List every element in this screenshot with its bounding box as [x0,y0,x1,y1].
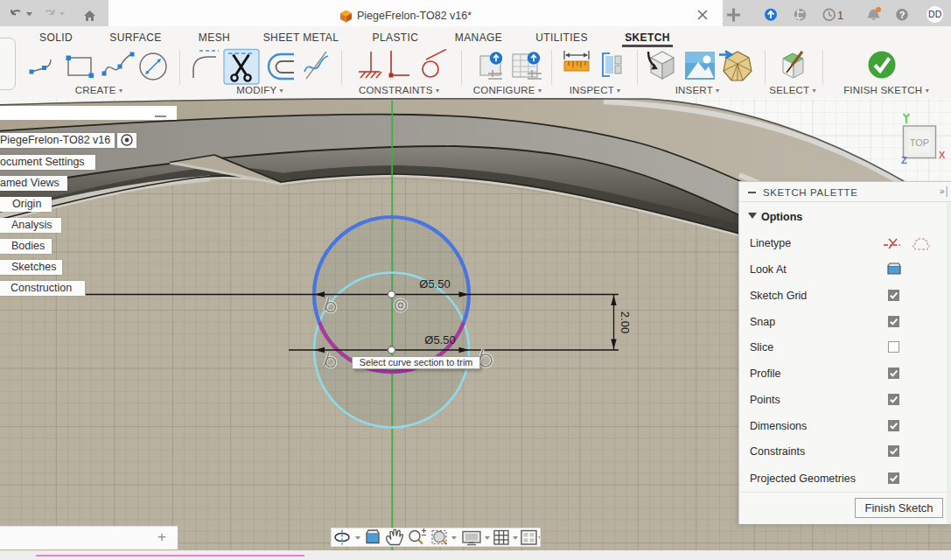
svg-text:DD: DD [928,9,942,19]
svg-text:1: 1 [837,9,843,22]
svg-text:PiegeFrelon-TO82 v16*: PiegeFrelon-TO82 v16* [357,10,472,22]
svg-text:X: X [939,150,946,160]
svg-text:TOP: TOP [910,137,929,148]
svg-text:Ø5.50: Ø5.50 [424,333,455,346]
svg-text:Ø5.50: Ø5.50 [419,277,450,290]
svg-text:2.00: 2.00 [619,312,632,333]
svg-text:Z: Z [901,155,907,165]
svg-text:?: ? [899,10,906,20]
